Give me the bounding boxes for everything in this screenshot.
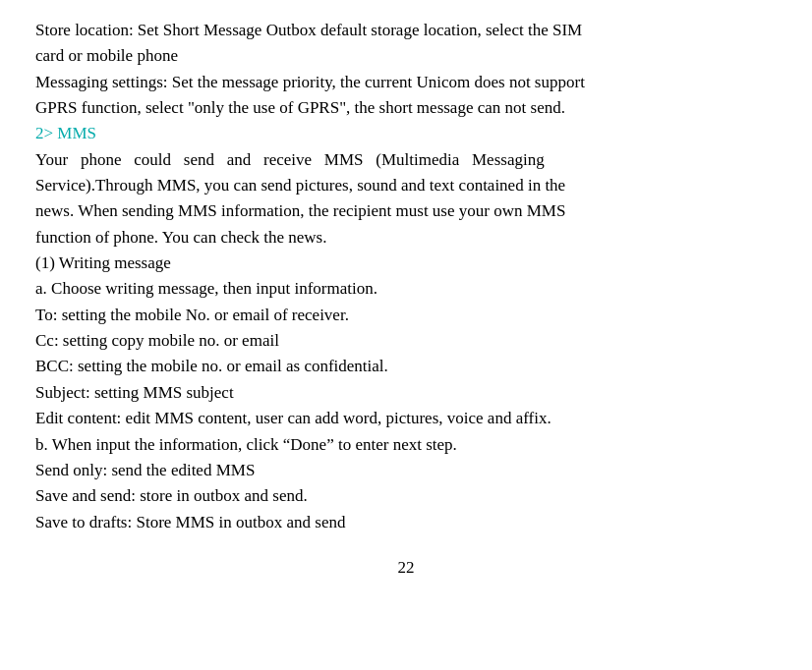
content-area: Store location: Set Short Message Outbox… [35, 18, 777, 581]
line-choose-1: a. Choose writing message, then input in… [35, 276, 777, 302]
paragraph-messaging-settings: Messaging settings: Set the message prio… [35, 70, 777, 122]
line-3: Messaging settings: Set the message prio… [35, 70, 777, 95]
line-send-only: Send only: send the edited MMS [35, 458, 777, 483]
paragraph-choose-writing: a. Choose writing message, then input in… [35, 276, 777, 302]
paragraph-subject: Subject: setting MMS subject [35, 380, 777, 406]
line-writing-1: (1) Writing message [35, 251, 777, 276]
line-done: b. When input the information, click “Do… [35, 432, 777, 458]
line-mms-heading: 2> MMS [35, 121, 777, 146]
line-bcc: BCC: setting the mobile no. or email as … [35, 354, 777, 379]
line-mms-3: news. When sending MMS information, the … [35, 198, 777, 224]
paragraph-save-to-drafts: Save to drafts: Store MMS in outbox and … [35, 510, 777, 535]
paragraph-to: To: setting the mobile No. or email of r… [35, 303, 777, 328]
paragraph-mms-desc: Your phone could send and receive MMS (M… [35, 147, 777, 251]
line-save-to-drafts: Save to drafts: Store MMS in outbox and … [35, 510, 777, 535]
line-mms-1: Your phone could send and receive MMS (M… [35, 147, 777, 173]
paragraph-save-and-send: Save and send: store in outbox and send. [35, 483, 777, 509]
line-subject: Subject: setting MMS subject [35, 380, 777, 406]
paragraph-store-location: Store location: Set Short Message Outbox… [35, 18, 777, 70]
paragraph-cc: Cc: setting copy mobile no. or email [35, 328, 777, 354]
paragraph-send-only: Send only: send the edited MMS [35, 458, 777, 483]
page-number: 22 [35, 555, 777, 581]
line-1: Store location: Set Short Message Outbox… [35, 18, 777, 43]
paragraph-bcc: BCC: setting the mobile no. or email as … [35, 354, 777, 379]
line-edit-content: Edit content: edit MMS content, user can… [35, 406, 777, 431]
line-cc: Cc: setting copy mobile no. or email [35, 328, 777, 354]
line-mms-4: function of phone. You can check the new… [35, 225, 777, 251]
paragraph-mms-header: 2> MMS [35, 121, 777, 146]
paragraph-done: b. When input the information, click “Do… [35, 432, 777, 458]
line-save-and-send: Save and send: store in outbox and send. [35, 483, 777, 509]
line-4: GPRS function, select "only the use of G… [35, 95, 777, 121]
line-to: To: setting the mobile No. or email of r… [35, 303, 777, 328]
line-2: card or mobile phone [35, 43, 777, 69]
paragraph-edit-content: Edit content: edit MMS content, user can… [35, 406, 777, 431]
paragraph-writing-message: (1) Writing message [35, 251, 777, 276]
line-mms-2: Service).Through MMS, you can send pictu… [35, 173, 777, 198]
